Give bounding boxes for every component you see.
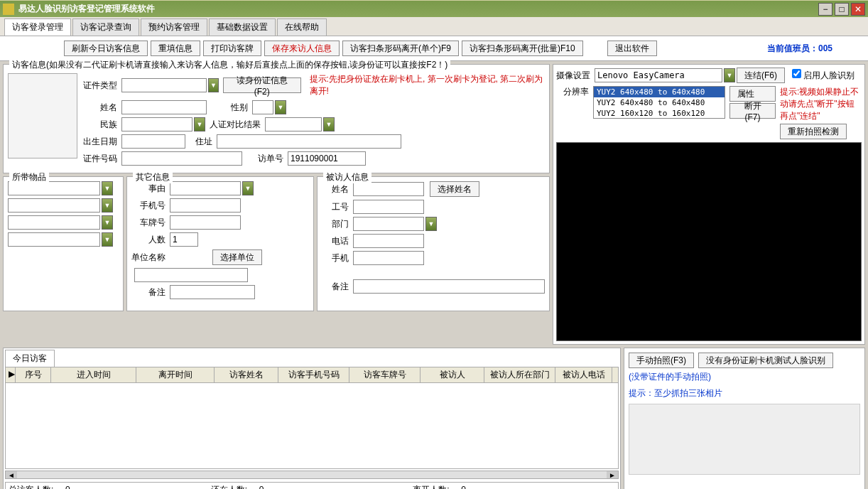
tab-basic-data[interactable]: 基础数据设置 (209, 18, 276, 36)
addr-input[interactable] (217, 134, 401, 149)
v-dept-dd-icon[interactable]: ▼ (425, 217, 437, 231)
carried-1[interactable] (8, 181, 100, 195)
v-tel-input[interactable] (353, 234, 424, 248)
out-label: 离开人数: (413, 485, 449, 489)
reso-item-2[interactable]: YUY2 160x120 to 160x120 (594, 108, 725, 119)
maximize-button[interactable]: □ (835, 3, 849, 16)
reso-item-0[interactable]: YUY2 640x480 to 640x480 (594, 87, 725, 97)
h-scrollbar[interactable]: ◄► (5, 471, 619, 479)
face-result-label: 人证对比结果 (207, 119, 264, 131)
mobile-input[interactable] (170, 198, 241, 213)
carried-4[interactable] (8, 232, 100, 247)
no-reader-test-button[interactable]: 没有身份证刷卡机测试人脸识别 (698, 353, 833, 368)
refill-button[interactable]: 重填信息 (151, 41, 200, 56)
col-mobile[interactable]: 访客手机号码 (278, 367, 349, 382)
tab-visitor-query[interactable]: 访客记录查询 (72, 18, 139, 36)
today-tab[interactable]: 今日访客 (5, 350, 55, 367)
other-info-group: 其它信息 事由▼ 手机号 车牌号 人数 单位名称选择单位 备注 (126, 176, 314, 311)
carried-1-dd-icon[interactable]: ▼ (102, 181, 113, 195)
pick-unit-button[interactable]: 选择单位 (212, 249, 262, 265)
pick-name-button[interactable]: 选择姓名 (430, 181, 479, 197)
cam-device-input[interactable] (595, 68, 722, 82)
col-out-time[interactable]: 离开时间 (136, 367, 215, 382)
recheck-button[interactable]: 重新拍照检测 (780, 124, 847, 139)
enable-face-checkbox[interactable] (792, 69, 801, 78)
disconnect-button[interactable]: 断开(F7) (729, 103, 776, 119)
exit-button[interactable]: 退出软件 (607, 41, 657, 56)
minimize-button[interactable]: − (818, 3, 832, 16)
birth-input[interactable] (121, 134, 185, 149)
col-visited[interactable]: 被访人 (421, 367, 484, 382)
v-mobile-input[interactable] (353, 251, 424, 265)
cam-device-dd-icon[interactable]: ▼ (724, 68, 735, 82)
today-visitor-pane: 今日访客 ▶ 序号 进入时间 离开时间 访客姓名 访客手机号码 访客车牌号 被访… (3, 348, 621, 489)
col-tel[interactable]: 被访人电话 (555, 367, 612, 382)
v-dept-label: 部门 (322, 218, 352, 230)
manual-capture-button[interactable]: 手动拍照(F3) (629, 353, 694, 368)
grid-header: ▶ 序号 进入时间 离开时间 访客姓名 访客手机号码 访客车牌号 被访人 被访人… (6, 367, 618, 383)
row-marker: ▶ (6, 367, 16, 382)
carried-2[interactable] (8, 198, 100, 213)
carried-2-dd-icon[interactable]: ▼ (102, 198, 113, 213)
v-empno-label: 工号 (322, 201, 352, 213)
tab-online-help[interactable]: 在线帮助 (277, 18, 327, 36)
id-type-dd-icon[interactable]: ▼ (208, 78, 219, 92)
refresh-button[interactable]: 刷新今日访客信息 (64, 41, 148, 56)
v-remark-input[interactable] (353, 279, 545, 294)
v-name-input[interactable] (353, 182, 424, 196)
tab-reservation[interactable]: 预约访客管理 (141, 18, 207, 36)
remark-input[interactable] (170, 285, 255, 299)
reso-item-1[interactable]: YUY2 640x480 to 640x480 (594, 97, 725, 108)
count-input[interactable] (170, 232, 198, 247)
v-mobile-label: 手机 (322, 252, 352, 264)
v-remark-label: 备注 (322, 281, 352, 293)
face-result-input[interactable] (265, 117, 322, 131)
resolution-list[interactable]: YUY2 640x480 to 640x480 YUY2 640x480 to … (593, 86, 725, 119)
v-dept-input[interactable] (353, 217, 424, 231)
col-name[interactable]: 访客姓名 (215, 367, 278, 382)
col-seq[interactable]: 序号 (16, 367, 51, 382)
nation-dd-icon[interactable]: ▼ (194, 117, 205, 131)
visitor-grid[interactable]: ▶ 序号 进入时间 离开时间 访客姓名 访客手机号码 访客车牌号 被访人 被访人… (5, 367, 619, 469)
idno-label: 证件号码 (83, 153, 120, 165)
car-input[interactable] (170, 215, 241, 230)
tab-visitor-login[interactable]: 访客登录管理 (4, 18, 71, 36)
print-button[interactable]: 打印访客牌 (203, 41, 261, 56)
gender-dd-icon[interactable]: ▼ (275, 100, 286, 114)
col-dept[interactable]: 被访人所在部门 (484, 367, 555, 382)
barcode-batch-button[interactable]: 访客扫条形码离开(批量)F10 (462, 41, 583, 56)
visitno-input[interactable] (288, 151, 366, 166)
photo-placeholder (8, 73, 77, 158)
read-id-button[interactable]: 读身份证信息(F2) (223, 77, 301, 93)
in-label: 还在人数: (211, 485, 247, 489)
id-type-input[interactable] (121, 78, 207, 92)
name-input[interactable] (121, 100, 207, 114)
duty-label: 当前值班员：005 (767, 43, 832, 55)
col-in-time[interactable]: 进入时间 (51, 367, 136, 382)
v-empno-input[interactable] (353, 200, 424, 214)
col-car[interactable]: 访客车牌号 (349, 367, 421, 382)
unit-input[interactable] (134, 268, 248, 282)
barcode-single-button[interactable]: 访客扫条形码离开(单个)F9 (342, 41, 459, 56)
reason-dd-icon[interactable]: ▼ (242, 181, 254, 195)
visited-group: 被访人信息 姓名选择姓名 工号 部门▼ 电话 手机 备注 (317, 176, 550, 311)
manual-hint1: (没带证件的手动拍照) (629, 371, 860, 383)
face-result-dd-icon[interactable]: ▼ (323, 117, 335, 131)
carried-4-dd-icon[interactable]: ▼ (102, 232, 113, 247)
carried-3-dd-icon[interactable]: ▼ (102, 215, 113, 230)
connect-button[interactable]: 连结(F6) (737, 68, 785, 83)
nation-label: 民族 (83, 119, 120, 131)
close-button[interactable]: ✕ (851, 3, 865, 16)
enable-face-label[interactable]: 启用人脸识别 (792, 69, 855, 82)
in-value: 0 (259, 485, 264, 489)
save-button[interactable]: 保存来访人信息 (264, 41, 340, 56)
carried-3[interactable] (8, 215, 100, 230)
gender-input[interactable] (252, 100, 273, 114)
reason-input[interactable] (170, 181, 241, 195)
id-type-label: 证件类型 (83, 80, 120, 92)
nation-input[interactable] (121, 117, 192, 131)
manual-capture-panel: 手动拍照(F3) 没有身份证刷卡机测试人脸识别 (没带证件的手动拍照) 提示：至… (624, 348, 865, 489)
toolbar: 刷新今日访客信息 重填信息 打印访客牌 保存来访人信息 访客扫条形码离开(单个)… (0, 36, 868, 61)
idno-input[interactable] (121, 151, 242, 166)
carried-group: 所带物品 ▼ ▼ ▼ ▼ (3, 176, 124, 311)
